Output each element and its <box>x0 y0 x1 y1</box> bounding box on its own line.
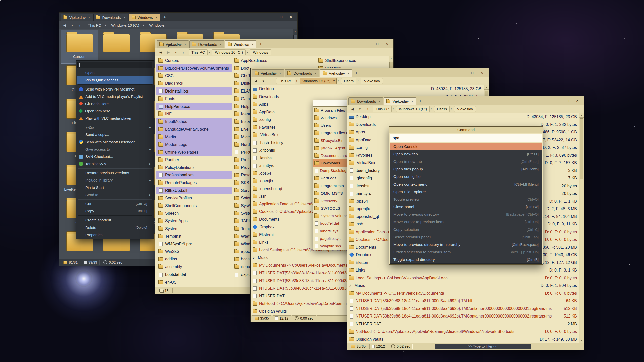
scroll-down-icon[interactable]: ▼ <box>579 338 584 343</box>
command-item[interactable]: Move cursor to previous item [Ctrl+Up] <box>390 218 542 226</box>
file-row[interactable]: DiagTrack <box>156 80 232 87</box>
command-item[interactable]: Open context menu [Ctrl+M] [Menu] <box>390 180 542 188</box>
file-row[interactable]: Speech <box>156 210 232 217</box>
context-menu-item[interactable]: Give access to ▸ <box>77 146 153 153</box>
file-row[interactable]: Music D: 0, F: 1, 504 bytes <box>347 282 579 290</box>
context-menu-item[interactable]: Play with VLC media player ▸ <box>77 115 153 122</box>
tab[interactable]: Downloads × <box>93 14 128 21</box>
title-bar[interactable]: Vjekoslav × Downloads × Windows × + ─ □ <box>59 13 297 21</box>
tab-close-icon[interactable]: × <box>88 16 90 20</box>
title-bar[interactable]: Vjekoslav × Downloads × Vjekoslav × + ─ … <box>251 68 489 77</box>
file-row[interactable]: Panther <box>156 156 232 164</box>
file-row[interactable]: HelpPane.exe <box>156 103 232 110</box>
file-row[interactable]: ServiceProfiles <box>156 194 232 202</box>
tab-close-icon[interactable]: × <box>220 42 222 47</box>
context-menu-item[interactable]: 7-Zip ▸ <box>77 124 153 131</box>
tab-close-icon[interactable]: × <box>315 71 317 75</box>
tab-close-icon[interactable]: × <box>155 16 157 20</box>
back-button[interactable]: ◀ <box>253 78 259 84</box>
command-item[interactable]: Open Console <box>390 143 542 150</box>
file-row[interactable]: NTUSER.DAT 2 MB <box>347 320 579 328</box>
file-row[interactable]: SystemApps <box>156 217 232 225</box>
title-bar[interactable]: Downloads × Vjekoslav × + ─ □ ✕ <box>347 96 584 105</box>
context-menu-item[interactable]: ▸ <box>77 198 153 200</box>
tab-close-icon[interactable]: × <box>411 99 413 103</box>
file-row[interactable]: NTUSER.DAT{53b39e88-18c4-11ea-a811-000d3… <box>347 297 579 305</box>
file-row[interactable]: Media <box>156 133 232 141</box>
context-menu-item[interactable]: Send to ▸ <box>77 191 153 198</box>
new-tab-button[interactable]: + <box>353 69 360 77</box>
scroll-up-icon[interactable]: ▲ <box>293 29 297 34</box>
minimize-button[interactable]: ─ <box>554 98 562 103</box>
file-row[interactable]: WMSysPr9.prx <box>156 240 232 248</box>
command-item[interactable]: Move to previous directory in hierarchy … <box>390 241 542 248</box>
tab-close-icon[interactable]: × <box>252 42 254 47</box>
file-row[interactable]: InputMethod <box>156 118 232 125</box>
command-item[interactable]: Select previous panel [Shift+Tab] <box>390 233 542 241</box>
command-item[interactable]: Toggle expand directory [Ctrl+B] <box>390 256 542 263</box>
history-dropdown-button[interactable]: ▾ <box>69 22 75 28</box>
close-button[interactable]: ✕ <box>573 98 581 103</box>
file-row[interactable]: NTUSER.DAT{53b39e88-18c4-11ea-a811-000d3… <box>347 305 579 313</box>
tab[interactable]: Windows × <box>129 14 160 21</box>
context-menu-item[interactable]: Restore previous versions ▸ <box>77 169 153 176</box>
context-menu-item[interactable]: ▸ <box>77 84 153 85</box>
command-item[interactable]: Open files popup [Alt+Down] <box>390 165 542 173</box>
breadcrumb-item[interactable]: Vjekoslav <box>361 78 383 84</box>
file-row[interactable]: bootstat.dat <box>156 271 232 278</box>
file-row[interactable]: My Documents -> C:\Users\Vjekoslav\Docum… <box>347 290 579 297</box>
file-row[interactable]: en-US <box>156 278 232 286</box>
command-item[interactable]: Open File Explorer <box>390 188 542 196</box>
folder-grid-item[interactable] <box>98 30 135 63</box>
breadcrumb-item[interactable]: This PC <box>276 78 295 84</box>
maximize-button[interactable]: □ <box>373 41 381 47</box>
context-menu-item[interactable]: ▸ <box>77 122 153 124</box>
file-row[interactable]: AppReadiness <box>232 57 308 64</box>
minimize-button[interactable]: ─ <box>364 41 372 47</box>
tab[interactable]: Vjekoslav × <box>320 69 352 77</box>
file-row[interactable]: WinSxS <box>156 248 232 255</box>
breadcrumb-item[interactable]: Users <box>341 78 356 84</box>
tab-close-icon[interactable]: × <box>124 16 126 20</box>
file-row[interactable]: NetHood -> C:\Users\Vjekoslav\AppData\Ro… <box>347 328 579 336</box>
maximize-button[interactable]: □ <box>468 70 476 75</box>
tab[interactable]: Vjekoslav × <box>252 69 284 77</box>
breadcrumb-item[interactable]: Windows 10 (C:) <box>396 106 430 112</box>
command-item[interactable]: Open in new tab [Ctrl+Enter] <box>390 158 542 165</box>
context-menu-item[interactable]: Send a copy... ▸ <box>77 131 153 138</box>
file-row[interactable]: BitLockerDiscoveryVolumeContents <box>156 64 232 72</box>
file-row[interactable]: CSC <box>156 72 232 80</box>
context-menu-item[interactable]: Include in library ▸ <box>77 176 153 184</box>
scrollbar[interactable]: ▲ ▼ <box>579 113 584 343</box>
up-button[interactable]: ↑ <box>76 22 83 28</box>
close-button[interactable]: ✕ <box>287 14 295 20</box>
tab[interactable]: Downloads × <box>348 97 383 105</box>
file-row[interactable]: TempInst <box>156 233 232 240</box>
context-menu-item[interactable]: Pin to Quick access ▸ <box>77 76 153 84</box>
new-tab-button[interactable]: + <box>257 40 264 48</box>
context-menu-item[interactable]: Copy [Ctrl+C] ▸ <box>77 207 153 215</box>
context-menu-item[interactable]: SVN Checkout... ▸ <box>77 153 153 160</box>
scroll-thumb[interactable] <box>580 118 583 179</box>
file-row[interactable]: Local Settings -> C:\Users\Vjekoslav\App… <box>347 274 579 282</box>
context-menu-item[interactable]: Git Bash Here ▸ <box>77 100 153 107</box>
maximize-button[interactable]: □ <box>564 98 572 103</box>
file-row[interactable]: Offline Web Pages <box>156 149 232 156</box>
close-button[interactable]: ✕ <box>383 41 391 47</box>
minimize-button[interactable]: ─ <box>268 14 276 20</box>
back-button[interactable]: ◀ <box>157 49 164 55</box>
breadcrumb-item[interactable]: This PC <box>189 49 208 55</box>
context-menu-item[interactable]: ▸ <box>77 167 153 169</box>
forward-button[interactable]: ▶ <box>165 49 172 55</box>
up-button[interactable]: ↑ <box>364 106 371 112</box>
breadcrumb-item[interactable]: Windows 10 (C:) <box>300 78 337 84</box>
file-row[interactable]: Fonts <box>156 95 232 103</box>
new-tab-button[interactable]: + <box>161 14 168 21</box>
breadcrumb-item[interactable]: Windows 10 (C:) <box>212 49 246 55</box>
file-row[interactable]: INF <box>156 110 232 118</box>
tab[interactable]: Downloads × <box>189 40 224 48</box>
file-row[interactable]: NTUSER.DAT{53b39e88-18c4-11ea-a811-000d3… <box>347 312 579 320</box>
scroll-up-icon[interactable]: ▲ <box>579 113 584 118</box>
tab[interactable]: Vjekoslav × <box>384 97 416 105</box>
context-menu-item[interactable]: Cut [Ctrl+X] ▸ <box>77 200 153 207</box>
